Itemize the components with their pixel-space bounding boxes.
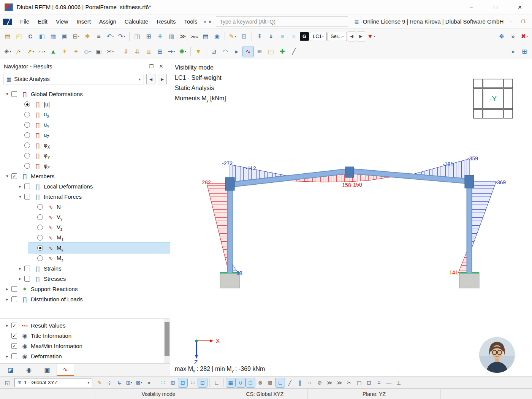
tree-item-u-abs[interactable]: ∏|u| [0, 99, 170, 109]
checkbox-internal-forces[interactable] [24, 194, 30, 200]
tree-item-force-mz[interactable]: ∿Mz [0, 253, 170, 263]
copy-array-button[interactable]: ▣ [93, 46, 104, 57]
magnet-snap-button[interactable]: ∪ [236, 378, 245, 387]
g-badge[interactable]: G [300, 32, 309, 41]
pane-toggle-button[interactable]: ◱ [3, 378, 12, 387]
result-on-line-button[interactable]: ◠ [220, 46, 231, 57]
expander-open-icon[interactable]: ▾ [3, 174, 11, 179]
navigator-tab-data[interactable]: ◪ [2, 364, 19, 376]
tree-item-phi-y[interactable]: ∏φY [0, 150, 170, 161]
expander-closed-icon[interactable]: ▸ [3, 297, 11, 302]
radio-force-my[interactable] [37, 245, 43, 251]
next-result-button[interactable]: ▶ [158, 74, 167, 84]
edit-mode-button[interactable]: ✎▾ [227, 31, 238, 42]
table-panel-button[interactable]: ◫ [132, 31, 142, 42]
expander-closed-icon[interactable]: ▸ [3, 287, 11, 291]
expander-closed-icon[interactable]: ▸ [16, 266, 24, 271]
print-button[interactable]: ⊟▾ [71, 31, 81, 42]
dlubal-cloud-button[interactable]: C [25, 31, 36, 42]
right-grid-button[interactable]: ⊞ [519, 46, 530, 57]
table-axes-button[interactable]: ✛ [155, 31, 165, 42]
close-button[interactable]: ✕ [508, 0, 532, 14]
radio-force-n[interactable] [37, 204, 43, 210]
radio-u-abs[interactable] [24, 101, 30, 107]
expander-closed-icon[interactable]: ▸ [16, 184, 24, 189]
object-snap-button[interactable]: ⊡ [198, 378, 207, 387]
region-select-button[interactable]: ⊡ [364, 378, 374, 387]
tree-item-title-information[interactable]: ✓◉Title Information [0, 331, 170, 341]
measure-button[interactable]: ✂▾ [105, 46, 116, 57]
selection-selector[interactable]: Sel...▾ [328, 32, 347, 41]
float-panel-icon[interactable]: ❐ [146, 63, 156, 69]
load-case-selector[interactable]: LC1▾ [310, 32, 327, 41]
viewpoint-button[interactable]: ✥ [496, 31, 507, 42]
radio-u-z[interactable] [24, 132, 30, 138]
tree-item-result-values[interactable]: ▸✓x.x.xResult Values [0, 320, 170, 331]
hide-button[interactable]: — [384, 378, 393, 387]
load-steps-button[interactable]: ⇟ [266, 31, 276, 42]
table-grid-button[interactable]: ⊞ [143, 31, 154, 42]
tree-item-strains[interactable]: ▸∏Strains [0, 263, 170, 274]
result-diagram-button[interactable]: ⊿ [209, 46, 219, 57]
delete-results-button[interactable]: ✖▾ [519, 31, 530, 42]
radio-force-vz[interactable] [37, 225, 43, 230]
tree-item-phi-z[interactable]: ∏φZ [0, 161, 170, 171]
radio-force-mz[interactable] [37, 255, 43, 261]
radio-u-y[interactable] [24, 122, 30, 128]
close-panel-icon[interactable]: ✕ [156, 63, 166, 69]
parallel-snap-button[interactable]: ∥ [295, 378, 304, 387]
generate-loads-button[interactable]: ✺▾ [177, 46, 188, 57]
menu-tools[interactable]: Tools [180, 16, 201, 27]
new-surface-button[interactable]: ▱▾ [36, 46, 47, 57]
add-favorite-button[interactable]: ✱ [82, 31, 93, 42]
next-loadcase-button[interactable]: ▶ [357, 32, 365, 41]
line-snap-button[interactable]: ╱ [285, 378, 294, 387]
checkbox-stresses[interactable] [24, 276, 30, 282]
grid-settings-button[interactable]: ⊞▾ [125, 378, 134, 387]
new-cs-button[interactable]: ⊹ [105, 378, 114, 387]
tree-item-support-reactions[interactable]: ▸✶Support Reactions [0, 284, 170, 294]
workplane-edit-button[interactable]: ✎ [95, 378, 104, 387]
tree-item-force-my[interactable]: ∿My [0, 243, 170, 253]
insert-table-button[interactable]: ⊡ [239, 31, 249, 42]
tree-item-distribution-of-loads[interactable]: ▸∏Distribution of Loads [0, 294, 170, 304]
trim-button[interactable]: ✂ [345, 378, 354, 387]
gallery-button[interactable]: ▦ [48, 31, 59, 42]
tree-item-force-n[interactable]: ∿N [0, 202, 170, 212]
dashed-select-button[interactable]: ▢ [355, 378, 364, 387]
layers-button[interactable]: ≡ [374, 378, 383, 387]
window-select-button[interactable]: □ [246, 378, 255, 387]
intersection-snap-button[interactable]: ⊗ [256, 378, 265, 387]
tree-item-local-deformations[interactable]: ▸∏Local Deformations [0, 181, 170, 192]
radio-phi-z[interactable] [24, 163, 30, 169]
radio-u-x[interactable] [24, 112, 30, 117]
corner-snap-button[interactable]: ∟ [276, 378, 285, 387]
radio-force-mt[interactable] [37, 235, 43, 241]
load-levels-button[interactable]: ⇞ [254, 31, 265, 42]
tree-item-force-vy[interactable]: ∿Vy [0, 212, 170, 222]
maximize-button[interactable]: □ [483, 0, 508, 14]
new-member-button[interactable]: ↗▾ [25, 46, 36, 57]
user-avatar[interactable] [479, 337, 515, 373]
menu-insert[interactable]: Insert [72, 16, 95, 27]
expander-closed-icon[interactable]: ▸ [3, 323, 11, 328]
snap-settings-button[interactable]: ⊠▾ [135, 378, 144, 387]
navigator-tab-display[interactable]: ◉ [20, 364, 38, 376]
checkbox-local-deformations[interactable] [24, 184, 30, 189]
render-3d-button[interactable]: ◳ [266, 46, 276, 57]
align-workplane-button[interactable]: ↳ [115, 378, 124, 387]
share-model-button[interactable]: ✚ [277, 46, 288, 57]
rendering-button[interactable]: ◉ [212, 31, 222, 42]
color-scale-lighter[interactable]: ■ [288, 31, 299, 42]
checkbox-global-deformations[interactable] [11, 91, 17, 97]
section-line-button[interactable]: ╱ [288, 46, 299, 57]
surface-load-button[interactable]: ≣ [143, 46, 154, 57]
keyword-search-input[interactable] [216, 16, 348, 27]
menu-assign[interactable]: Assign [95, 16, 120, 27]
color-scale-light[interactable]: ■ [277, 31, 288, 42]
model-canvas[interactable]: X Z Visibility mode LC1 - Self-weight St… [170, 59, 532, 376]
expander-closed-icon[interactable]: ▸ [16, 276, 24, 281]
tree-item-maxmin-information[interactable]: ✓◉Max/Min Information [0, 341, 170, 351]
perpendicular-button[interactable]: ⊥ [394, 378, 403, 387]
checkbox-members[interactable]: ✓ [11, 173, 17, 179]
